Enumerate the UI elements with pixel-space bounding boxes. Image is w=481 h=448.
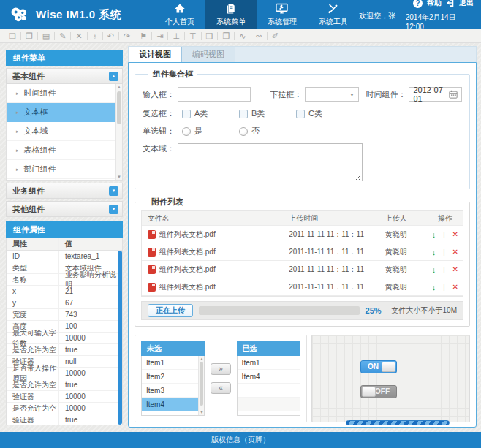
scroll-down-icon[interactable]: ▼	[116, 175, 122, 179]
move-right-button[interactable]: »	[211, 363, 231, 375]
indent-icon[interactable]: ⇥	[154, 29, 166, 42]
undo-icon[interactable]: ↶	[105, 29, 117, 42]
radio-icon[interactable]	[182, 127, 191, 136]
date-picker[interactable]: 2012-07-01	[409, 87, 462, 102]
save-icon[interactable]: ▤	[39, 29, 53, 42]
text-input[interactable]	[178, 87, 251, 102]
selected-item-Item4[interactable]: Item4	[238, 370, 300, 384]
checkbox-C类[interactable]: C类	[296, 108, 346, 119]
tab-code-view[interactable]: 编码视图	[182, 47, 235, 62]
delete-icon[interactable]: ✕	[72, 29, 85, 42]
toggle-knob[interactable]	[362, 387, 376, 397]
sidebar-item-表格组件[interactable]: ▸表格组件	[7, 141, 122, 160]
nav-item-home[interactable]: 个人首页	[154, 0, 205, 29]
radio-是[interactable]: 是	[182, 126, 232, 137]
curve-wave-icon[interactable]: ∾	[253, 29, 265, 42]
nav-item-system-tools[interactable]: 系统工具	[308, 0, 359, 29]
help-link[interactable]: 帮助	[427, 0, 442, 8]
pencil-icon[interactable]: ✐	[269, 29, 281, 42]
new-file-icon[interactable]: ❏	[6, 29, 19, 42]
sidebar-item-时间组件[interactable]: ▸时间组件	[7, 84, 122, 103]
attachment-fieldset: 附件列表 文件名 上传时间 上传人 操作 组件列表文档.pdf2011-11-1…	[135, 197, 470, 327]
nav-item-system-menu[interactable]: 系统菜单	[205, 0, 257, 29]
sidebar-item-文本框[interactable]: ▸文本框	[7, 103, 122, 122]
radio-label: 否	[251, 126, 260, 137]
download-icon[interactable]: ↓	[432, 265, 436, 274]
unselected-item-Item2[interactable]: Item2	[142, 370, 204, 384]
text-tool-icon[interactable]: ⊤	[186, 29, 200, 42]
unselected-item-Item5[interactable]: Item5	[142, 411, 204, 416]
logout-link[interactable]: 退出	[459, 0, 474, 8]
accordion-business-components[interactable]: 业务组件 ▾	[6, 183, 123, 199]
nav-item-label: 个人首页	[165, 17, 194, 27]
redo-icon[interactable]: ↷	[121, 29, 133, 42]
nav-item-system-manage[interactable]: 系统管理	[257, 0, 308, 29]
nav-item-label: 系统管理	[268, 17, 297, 27]
line-wave-icon[interactable]: ∿	[236, 29, 249, 42]
publish-icon[interactable]: ♁	[89, 29, 101, 42]
move-left-button[interactable]: «	[211, 382, 231, 394]
unselected-item-Item1[interactable]: Item1	[142, 356, 204, 370]
open-folder-icon[interactable]: ❐	[23, 29, 36, 42]
textarea-field[interactable]	[178, 143, 363, 181]
unselected-list-scrollbar[interactable]: ▲ ▼	[198, 356, 204, 415]
expand-icon[interactable]: ▾	[109, 205, 118, 214]
property-name: 验证器	[7, 391, 59, 402]
property-value: 100	[59, 321, 122, 332]
accordion-label: 其他组件	[12, 204, 45, 215]
scroll-up-icon[interactable]: ▲	[116, 85, 122, 89]
checkbox-icon[interactable]	[239, 110, 248, 118]
toggle-on-switch[interactable]: ON	[360, 360, 397, 373]
align-bottom-icon[interactable]: ⊥	[170, 29, 183, 42]
datetime-text: 2014年2月14日 12:00	[406, 12, 474, 31]
file-size-hint: 文件大小不小于10M	[392, 305, 457, 316]
scroll-down-icon[interactable]: ▼	[199, 410, 204, 414]
download-icon[interactable]: ↓	[432, 248, 436, 257]
delete-icon[interactable]: ✕	[452, 283, 458, 291]
properties-scrollbar[interactable]	[118, 251, 122, 425]
accordion-other-components[interactable]: 其他组件 ▾	[6, 201, 123, 217]
checkbox-B类[interactable]: B类	[239, 108, 289, 119]
toggle-knob[interactable]	[382, 362, 395, 372]
accordion-basic-components[interactable]: 基本组件 ▴	[6, 68, 123, 84]
collapse-icon[interactable]: ▴	[109, 72, 118, 81]
scrollbar-thumb[interactable]	[117, 91, 121, 124]
calendar-icon[interactable]	[449, 90, 458, 99]
scroll-up-icon[interactable]: ▲	[199, 357, 204, 361]
tab-design-view[interactable]: 设计视图	[129, 47, 182, 62]
sidebar-list-scrollbar[interactable]: ▲ ▼	[115, 84, 122, 180]
dropdown-select[interactable]: ▼	[305, 87, 359, 102]
selected-list-title: 已选	[237, 341, 300, 356]
radio-icon[interactable]	[239, 127, 248, 136]
download-icon[interactable]: ↓	[432, 283, 436, 292]
unselected-item-Item3[interactable]: Item3	[142, 384, 204, 398]
doc-lock-icon[interactable]: ❑	[203, 29, 216, 42]
uploading-button[interactable]: 正在上传	[148, 304, 193, 317]
download-icon[interactable]: ↓	[432, 230, 436, 239]
unselected-item-Item4[interactable]: Item4	[142, 398, 204, 411]
pdf-icon	[148, 283, 156, 292]
logout-icon[interactable]	[446, 0, 455, 7]
checkbox-A类[interactable]: A类	[182, 108, 232, 119]
radio-否[interactable]: 否	[239, 126, 289, 137]
scrollbar-thumb[interactable]	[200, 362, 203, 406]
delete-icon[interactable]: ✕	[452, 248, 458, 256]
property-row: 验证器true	[7, 414, 122, 425]
unselected-list-body: Item1Item2Item3Item4Item5Item6Item7Item8…	[141, 356, 205, 416]
edit-form-icon[interactable]: ✎	[56, 29, 69, 42]
doc-info-icon[interactable]: ❒	[219, 29, 232, 42]
expand-icon[interactable]: ▾	[109, 186, 118, 196]
flag-icon[interactable]: ⚑	[137, 29, 150, 42]
help-icon[interactable]: ?	[413, 0, 423, 8]
checkbox-icon[interactable]	[296, 110, 305, 118]
pdf-icon	[148, 265, 156, 274]
delete-icon[interactable]: ✕	[452, 230, 458, 238]
selected-item-Item1[interactable]: Item1	[238, 356, 300, 370]
delete-icon[interactable]: ✕	[452, 265, 458, 273]
checkbox-icon[interactable]	[182, 110, 191, 118]
radio-group: 是否	[175, 126, 289, 137]
file-name: 组件列表文档.pdf	[159, 229, 216, 240]
sidebar-item-文本域[interactable]: ▸文本域	[7, 122, 122, 141]
toggle-off-switch[interactable]: OFF	[360, 385, 397, 398]
sidebar-item-部门组件[interactable]: ▸部门组件	[7, 160, 122, 179]
